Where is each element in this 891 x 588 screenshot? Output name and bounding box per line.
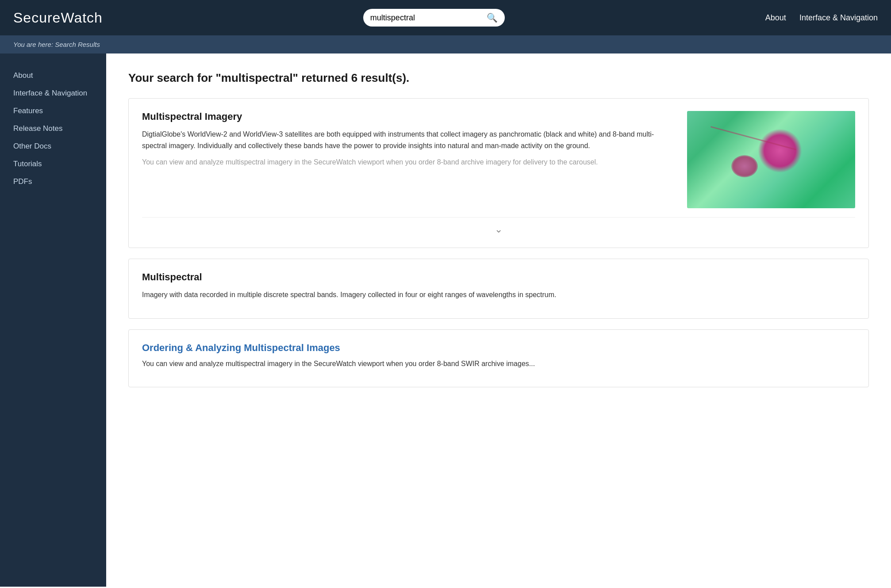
result-2-title: Multispectral xyxy=(142,271,855,283)
result-1-body-faded: You can view and analyze multispectral i… xyxy=(142,157,674,168)
results-heading: Your search for "multispectral" returned… xyxy=(128,71,869,85)
breadcrumb: You are here: Search Results xyxy=(0,35,891,53)
sidebar-item-pdfs[interactable]: PDFs xyxy=(0,173,106,191)
result-card-1-inner: Multispectral Imagery DigtialGlobe's Wor… xyxy=(142,111,855,208)
nav-interface-link[interactable]: Interface & Navigation xyxy=(799,13,878,23)
expand-icon-1[interactable]: ⌄ xyxy=(495,224,503,235)
sidebar-item-about[interactable]: About xyxy=(0,67,106,84)
expand-row-1: ⌄ xyxy=(142,217,855,235)
sidebar-item-features[interactable]: Features xyxy=(0,102,106,120)
sidebar-item-release-notes[interactable]: Release Notes xyxy=(0,120,106,137)
nav-about-link[interactable]: About xyxy=(765,13,786,23)
search-container: 🔍 xyxy=(363,9,505,27)
result-card-2: Multispectral Imagery with data recorded… xyxy=(128,259,869,319)
result-card-1-text: Multispectral Imagery DigtialGlobe's Wor… xyxy=(142,111,674,208)
search-icon[interactable]: 🔍 xyxy=(487,12,498,23)
result-image-blob1 xyxy=(758,129,802,173)
result-image-blob2 xyxy=(731,155,758,177)
result-3-highlight: Multispectral xyxy=(244,342,304,353)
result-1-title: Multispectral Imagery xyxy=(142,111,674,122)
content-area: Your search for "multispectral" returned… xyxy=(106,53,891,587)
sidebar-item-interface[interactable]: Interface & Navigation xyxy=(0,84,106,102)
sidebar: About Interface & Navigation Features Re… xyxy=(0,53,106,587)
sidebar-item-other-docs[interactable]: Other Docs xyxy=(0,137,106,155)
main-layout: About Interface & Navigation Features Re… xyxy=(0,53,891,587)
result-2-body: Imagery with data recorded in multiple d… xyxy=(142,289,855,301)
result-card-3: Ordering & Analyzing Multispectral Image… xyxy=(128,329,869,388)
search-input[interactable] xyxy=(370,13,487,23)
result-3-link-title[interactable]: Ordering & Analyzing Multispectral Image… xyxy=(142,342,855,354)
breadcrumb-text: You are here: Search Results xyxy=(13,41,100,48)
result-card-1: Multispectral Imagery DigtialGlobe's Wor… xyxy=(128,98,869,248)
logo: SecureWatch xyxy=(13,10,103,26)
header: SecureWatch 🔍 About Interface & Navigati… xyxy=(0,0,891,35)
sidebar-item-tutorials[interactable]: Tutorials xyxy=(0,155,106,173)
top-nav: About Interface & Navigation xyxy=(765,13,878,23)
result-1-image xyxy=(687,111,855,208)
result-1-body: DigtialGlobe's WorldView-2 and WorldView… xyxy=(142,129,674,151)
result-3-body: You can view and analyze multispectral i… xyxy=(142,358,855,370)
